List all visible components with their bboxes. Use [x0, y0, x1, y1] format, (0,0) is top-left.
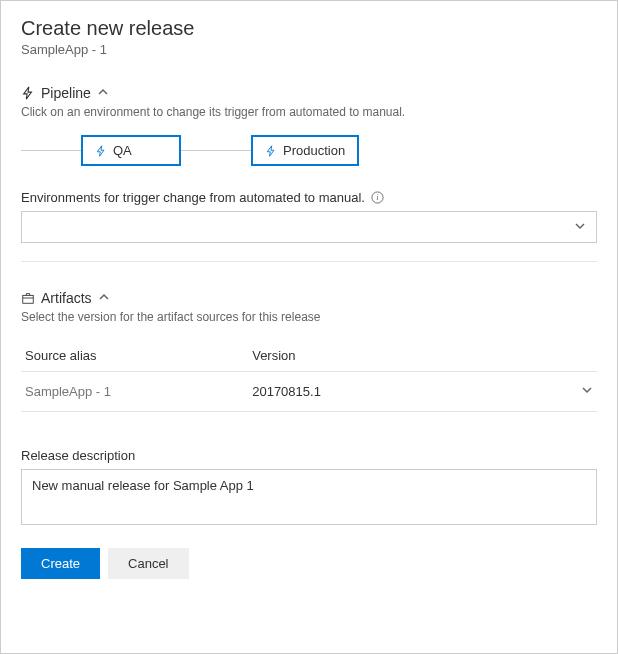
release-description-section: Release description — [21, 448, 597, 548]
column-header-alias: Source alias — [25, 348, 252, 363]
chevron-up-icon — [98, 291, 110, 306]
chevron-down-icon — [574, 220, 586, 235]
lightning-icon — [265, 145, 277, 157]
artifacts-section-desc: Select the version for the artifact sour… — [21, 310, 597, 324]
trigger-label-row: Environments for trigger change from aut… — [21, 190, 597, 205]
artifact-alias: SampleApp - 1 — [25, 384, 252, 399]
svg-text:i: i — [376, 193, 379, 202]
artifact-row[interactable]: SampleApp - 1 20170815.1 — [21, 372, 597, 412]
release-description-label: Release description — [21, 448, 597, 463]
create-button[interactable]: Create — [21, 548, 100, 579]
lightning-icon — [21, 86, 35, 100]
trigger-environments-dropdown[interactable] — [21, 211, 597, 243]
page-title: Create new release — [21, 17, 597, 40]
environment-label: QA — [113, 143, 132, 158]
create-release-panel: Create new release SampleApp - 1 Pipelin… — [0, 0, 618, 654]
lightning-icon — [95, 145, 107, 157]
chevron-up-icon — [97, 86, 109, 101]
artifact-version: 20170815.1 — [252, 384, 573, 399]
column-header-version: Version — [252, 348, 573, 363]
environment-label: Production — [283, 143, 345, 158]
page-subtitle: SampleApp - 1 — [21, 42, 597, 57]
trigger-field-label: Environments for trigger change from aut… — [21, 190, 365, 205]
pipeline-section-header[interactable]: Pipeline — [21, 85, 597, 101]
info-icon[interactable]: i — [371, 191, 384, 204]
pipeline-section-desc: Click on an environment to change its tr… — [21, 105, 597, 119]
chevron-down-icon — [573, 384, 593, 399]
environment-production[interactable]: Production — [251, 135, 359, 166]
artifacts-section-header[interactable]: Artifacts — [21, 290, 597, 306]
cancel-button[interactable]: Cancel — [108, 548, 188, 579]
artifacts-table: Source alias Version SampleApp - 1 20170… — [21, 340, 597, 412]
artifacts-icon — [21, 291, 35, 305]
section-divider — [21, 261, 597, 262]
flow-connector — [181, 150, 251, 151]
artifacts-table-header: Source alias Version — [21, 340, 597, 372]
environment-qa[interactable]: QA — [81, 135, 181, 166]
flow-connector — [21, 150, 81, 151]
action-buttons: Create Cancel — [21, 548, 597, 579]
artifacts-section-title: Artifacts — [41, 290, 92, 306]
pipeline-flow: QA Production — [21, 135, 597, 166]
svg-rect-2 — [23, 295, 34, 303]
pipeline-section-title: Pipeline — [41, 85, 91, 101]
release-description-input[interactable] — [21, 469, 597, 525]
